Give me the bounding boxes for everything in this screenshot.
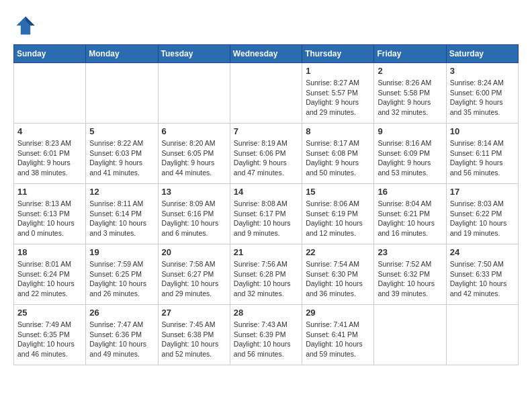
calendar-cell: 21Sunrise: 7:56 AM Sunset: 6:28 PM Dayli… (230, 244, 302, 305)
calendar-cell: 13Sunrise: 8:09 AM Sunset: 6:16 PM Dayli… (158, 184, 230, 244)
day-number: 3 (450, 66, 515, 76)
calendar-cell: 9Sunrise: 8:16 AM Sunset: 6:09 PM Daylig… (374, 124, 446, 184)
col-friday: Friday (374, 45, 446, 63)
day-info: Sunrise: 8:24 AM Sunset: 6:00 PM Dayligh… (450, 78, 515, 118)
page-header (13, 13, 519, 38)
day-info: Sunrise: 8:26 AM Sunset: 5:58 PM Dayligh… (378, 78, 442, 118)
day-number: 17 (450, 187, 515, 197)
calendar-cell (374, 305, 446, 365)
calendar-cell: 8Sunrise: 8:17 AM Sunset: 6:08 PM Daylig… (302, 124, 374, 184)
day-number: 10 (450, 126, 515, 136)
day-number: 29 (306, 308, 370, 318)
day-info: Sunrise: 8:16 AM Sunset: 6:09 PM Dayligh… (378, 138, 442, 178)
day-number: 28 (234, 308, 298, 318)
day-info: Sunrise: 8:17 AM Sunset: 6:08 PM Dayligh… (306, 138, 370, 178)
calendar-cell (230, 63, 302, 124)
calendar-table: Sunday Monday Tuesday Wednesday Thursday… (13, 44, 519, 365)
day-number: 8 (306, 126, 370, 136)
day-info: Sunrise: 7:59 AM Sunset: 6:25 PM Dayligh… (89, 259, 154, 299)
calendar-cell: 12Sunrise: 8:11 AM Sunset: 6:14 PM Dayli… (86, 184, 158, 244)
calendar-cell: 16Sunrise: 8:04 AM Sunset: 6:21 PM Dayli… (374, 184, 446, 244)
calendar-cell: 29Sunrise: 7:41 AM Sunset: 6:41 PM Dayli… (302, 305, 374, 365)
day-number: 16 (378, 187, 442, 197)
day-info: Sunrise: 7:45 AM Sunset: 6:38 PM Dayligh… (162, 320, 226, 359)
day-number: 22 (306, 247, 370, 257)
calendar-cell: 19Sunrise: 7:59 AM Sunset: 6:25 PM Dayli… (86, 244, 158, 305)
day-info: Sunrise: 8:08 AM Sunset: 6:17 PM Dayligh… (234, 199, 298, 238)
week-row: 1Sunrise: 8:27 AM Sunset: 5:57 PM Daylig… (14, 63, 519, 124)
day-info: Sunrise: 7:41 AM Sunset: 6:41 PM Dayligh… (306, 320, 370, 359)
day-info: Sunrise: 8:22 AM Sunset: 6:03 PM Dayligh… (89, 138, 154, 178)
day-info: Sunrise: 7:47 AM Sunset: 6:36 PM Dayligh… (89, 320, 154, 359)
day-number: 18 (17, 247, 82, 257)
day-number: 13 (162, 187, 226, 197)
day-info: Sunrise: 7:58 AM Sunset: 6:27 PM Dayligh… (162, 259, 226, 299)
col-sunday: Sunday (14, 45, 86, 63)
calendar-cell: 22Sunrise: 7:54 AM Sunset: 6:30 PM Dayli… (302, 244, 374, 305)
day-info: Sunrise: 8:20 AM Sunset: 6:05 PM Dayligh… (162, 138, 226, 178)
calendar-cell (14, 63, 86, 124)
calendar-cell: 18Sunrise: 8:01 AM Sunset: 6:24 PM Dayli… (14, 244, 86, 305)
header-row: Sunday Monday Tuesday Wednesday Thursday… (14, 45, 519, 63)
day-number: 5 (89, 126, 154, 136)
day-info: Sunrise: 8:23 AM Sunset: 6:01 PM Dayligh… (17, 138, 82, 178)
day-number: 19 (89, 247, 154, 257)
calendar-cell: 17Sunrise: 8:03 AM Sunset: 6:22 PM Dayli… (446, 184, 518, 244)
logo (13, 13, 42, 38)
calendar-cell: 4Sunrise: 8:23 AM Sunset: 6:01 PM Daylig… (14, 124, 86, 184)
day-info: Sunrise: 7:49 AM Sunset: 6:35 PM Dayligh… (17, 320, 82, 359)
day-number: 9 (378, 126, 442, 136)
calendar-cell: 15Sunrise: 8:06 AM Sunset: 6:19 PM Dayli… (302, 184, 374, 244)
day-info: Sunrise: 8:01 AM Sunset: 6:24 PM Dayligh… (17, 259, 82, 299)
calendar-cell: 23Sunrise: 7:52 AM Sunset: 6:32 PM Dayli… (374, 244, 446, 305)
day-info: Sunrise: 8:14 AM Sunset: 6:11 PM Dayligh… (450, 138, 515, 178)
calendar-cell: 28Sunrise: 7:43 AM Sunset: 6:39 PM Dayli… (230, 305, 302, 365)
day-number: 1 (306, 66, 370, 76)
day-number: 23 (378, 247, 442, 257)
day-info: Sunrise: 8:13 AM Sunset: 6:13 PM Dayligh… (17, 199, 82, 238)
day-info: Sunrise: 8:11 AM Sunset: 6:14 PM Dayligh… (89, 199, 154, 238)
calendar-cell: 6Sunrise: 8:20 AM Sunset: 6:05 PM Daylig… (158, 124, 230, 184)
calendar-cell: 26Sunrise: 7:47 AM Sunset: 6:36 PM Dayli… (86, 305, 158, 365)
col-thursday: Thursday (302, 45, 374, 63)
day-number: 21 (234, 247, 298, 257)
calendar-cell (446, 305, 518, 365)
day-info: Sunrise: 8:09 AM Sunset: 6:16 PM Dayligh… (162, 199, 226, 238)
day-number: 27 (162, 308, 226, 318)
day-info: Sunrise: 8:19 AM Sunset: 6:06 PM Dayligh… (234, 138, 298, 178)
week-row: 18Sunrise: 8:01 AM Sunset: 6:24 PM Dayli… (14, 244, 519, 305)
calendar-cell: 27Sunrise: 7:45 AM Sunset: 6:38 PM Dayli… (158, 305, 230, 365)
calendar-cell: 10Sunrise: 8:14 AM Sunset: 6:11 PM Dayli… (446, 124, 518, 184)
calendar-cell: 2Sunrise: 8:26 AM Sunset: 5:58 PM Daylig… (374, 63, 446, 124)
day-info: Sunrise: 8:03 AM Sunset: 6:22 PM Dayligh… (450, 199, 515, 238)
calendar-cell: 3Sunrise: 8:24 AM Sunset: 6:00 PM Daylig… (446, 63, 518, 124)
calendar-cell: 14Sunrise: 8:08 AM Sunset: 6:17 PM Dayli… (230, 184, 302, 244)
calendar-cell: 5Sunrise: 8:22 AM Sunset: 6:03 PM Daylig… (86, 124, 158, 184)
calendar-cell: 20Sunrise: 7:58 AM Sunset: 6:27 PM Dayli… (158, 244, 230, 305)
day-number: 7 (234, 126, 298, 136)
calendar-body: 1Sunrise: 8:27 AM Sunset: 5:57 PM Daylig… (14, 63, 519, 365)
day-info: Sunrise: 8:04 AM Sunset: 6:21 PM Dayligh… (378, 199, 442, 238)
logo-icon (13, 13, 38, 38)
day-number: 26 (89, 308, 154, 318)
day-number: 6 (162, 126, 226, 136)
col-saturday: Saturday (446, 45, 518, 63)
day-number: 15 (306, 187, 370, 197)
calendar-cell: 11Sunrise: 8:13 AM Sunset: 6:13 PM Dayli… (14, 184, 86, 244)
day-info: Sunrise: 8:27 AM Sunset: 5:57 PM Dayligh… (306, 78, 370, 118)
day-info: Sunrise: 7:50 AM Sunset: 6:33 PM Dayligh… (450, 259, 515, 299)
day-info: Sunrise: 7:56 AM Sunset: 6:28 PM Dayligh… (234, 259, 298, 299)
col-wednesday: Wednesday (230, 45, 302, 63)
calendar-cell: 25Sunrise: 7:49 AM Sunset: 6:35 PM Dayli… (14, 305, 86, 365)
day-number: 4 (17, 126, 82, 136)
day-number: 24 (450, 247, 515, 257)
day-info: Sunrise: 7:52 AM Sunset: 6:32 PM Dayligh… (378, 259, 442, 299)
day-number: 2 (378, 66, 442, 76)
calendar-header: Sunday Monday Tuesday Wednesday Thursday… (14, 45, 519, 63)
calendar-cell: 24Sunrise: 7:50 AM Sunset: 6:33 PM Dayli… (446, 244, 518, 305)
day-info: Sunrise: 7:54 AM Sunset: 6:30 PM Dayligh… (306, 259, 370, 299)
day-number: 25 (17, 308, 82, 318)
calendar-cell: 1Sunrise: 8:27 AM Sunset: 5:57 PM Daylig… (302, 63, 374, 124)
week-row: 11Sunrise: 8:13 AM Sunset: 6:13 PM Dayli… (14, 184, 519, 244)
calendar-cell (86, 63, 158, 124)
